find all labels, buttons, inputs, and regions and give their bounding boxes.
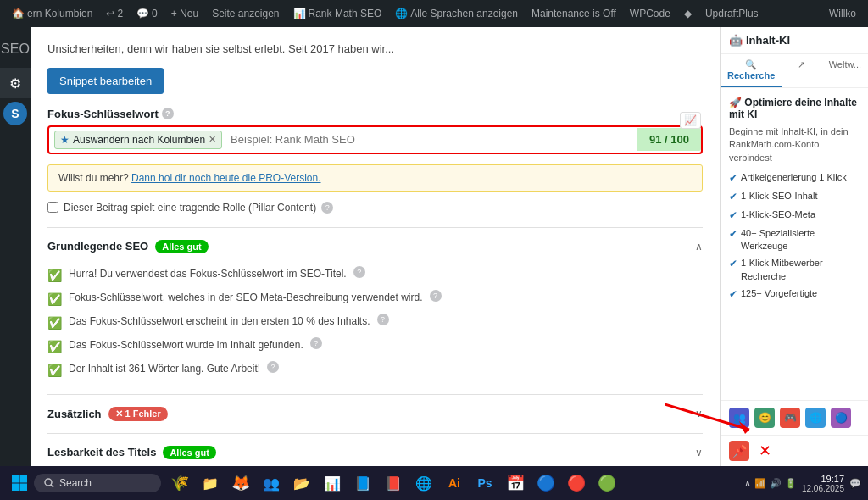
taskbar-right: ∧ 📶 🔊 🔋 19:17 12.06.2025 💬 <box>744 474 861 493</box>
sidebar-icon-options[interactable]: ⚙ <box>0 68 31 98</box>
world-icon: Weltw... <box>829 59 861 69</box>
badge-grundlegende: Alles gut <box>155 240 208 253</box>
sidebar-icon-seo[interactable]: SEO <box>0 34 31 64</box>
chevron-down-icon-2: ∨ <box>695 447 703 458</box>
notifications-icon[interactable]: 💬 <box>849 478 861 489</box>
section-title-zusaetzlich: Zusätzlich ✕ 1 Fehler <box>47 407 168 421</box>
sidebar-icon-s[interactable]: S <box>3 102 27 125</box>
seo-score-badge: 91 / 100 <box>637 128 701 151</box>
nav-view-page[interactable]: Seite anzeigen <box>207 0 284 27</box>
snippet-button[interactable]: Snippet bearbeiten <box>47 68 164 94</box>
nav-home[interactable]: 🏠 ern Kolumbien <box>7 0 97 27</box>
tb-app-browser2[interactable]: 🟢 <box>593 469 620 497</box>
section-title-grundlegende: Grundlegende SEO Alles gut <box>47 240 209 253</box>
taskbar-search[interactable]: Search <box>34 474 161 492</box>
rp-red-icon[interactable]: 📌 <box>729 441 749 461</box>
help-2[interactable]: ? <box>377 314 389 325</box>
tb-app-photoshop[interactable]: Ps <box>471 469 498 497</box>
pro-link[interactable]: Dann hol dir noch heute die PRO-Version. <box>131 172 320 184</box>
tab-world[interactable]: Weltw... <box>822 54 868 87</box>
nav-languages[interactable]: 🌐 Alle Sprachen anzeigen <box>390 0 523 27</box>
remove-keyword-icon[interactable]: ✕ <box>209 134 216 145</box>
tray-chevron[interactable]: ∧ <box>744 478 751 489</box>
nav-diamond[interactable]: ◆ <box>679 0 697 27</box>
tb-app-excel[interactable]: 📊 <box>319 469 346 497</box>
clock[interactable]: 19:17 12.06.2025 <box>802 474 844 493</box>
fokus-label: Fokus-Schlüsselwort ? <box>47 108 703 120</box>
rp-feature-5: ✔ 125+ Vorgefertigte <box>729 287 860 302</box>
search-icon: 🔍 <box>745 59 757 69</box>
svg-line-7 <box>51 485 53 487</box>
keyword-input[interactable] <box>227 128 637 151</box>
nav-maintenance[interactable]: Maintenance is Off <box>526 0 621 27</box>
tb-app-firefox[interactable]: 🦊 <box>227 469 254 497</box>
rp-pin-icon[interactable]: ✕ <box>754 441 775 461</box>
help-4[interactable]: ? <box>267 361 279 373</box>
seo-section-lesbarkeit-titel: Lesbarkeit des Titels Alles gut ∨ <box>47 433 703 467</box>
seo-item-2: ✅ Das Fokus-Schlüsselwort erscheint in d… <box>47 311 703 335</box>
check-icon-0: ✅ <box>47 267 62 285</box>
pillar-checkbox[interactable] <box>47 202 58 213</box>
nav-comments[interactable]: 💬 0 <box>131 0 163 27</box>
battery-icon[interactable]: 🔋 <box>785 478 797 489</box>
date-display: 12.06.2025 <box>802 484 844 493</box>
tab-recherche[interactable]: 🔍 Recherche <box>721 54 782 87</box>
help-3[interactable]: ? <box>310 337 322 349</box>
feature-check-4: ✔ <box>729 257 737 271</box>
check-icon-1: ✅ <box>47 291 62 308</box>
tb-app-folder[interactable]: 📁 <box>197 469 224 497</box>
tb-app-avast[interactable]: 🔴 <box>563 469 590 497</box>
fokus-section: Fokus-Schlüsselwort ? 📈 ★ Auswandern nac… <box>47 108 703 154</box>
tb-app-powerpoint[interactable]: 📕 <box>380 469 407 497</box>
nav-rank-math[interactable]: 📊 Rank Math SEO <box>288 0 387 27</box>
network-icon[interactable]: 📶 <box>754 478 766 489</box>
trend-icon[interactable]: 📈 <box>680 112 701 129</box>
tb-app-chrome[interactable]: 🔵 <box>532 469 559 497</box>
seo-section-zusaetzlich: Zusätzlich ✕ 1 Fehler ∨ <box>47 394 703 433</box>
seo-item-0: ✅ Hurra! Du verwendest das Fokus-Schlüss… <box>47 264 703 287</box>
ai-icon: 🤖 <box>729 34 743 47</box>
tb-app-explorer[interactable]: 📂 <box>288 469 315 497</box>
nav-user[interactable]: Willko <box>824 8 861 19</box>
chevron-up-icon: ∧ <box>695 241 703 253</box>
feature-check-5: ✔ <box>729 287 737 302</box>
tb-app-edge[interactable]: 🌐 <box>410 469 437 497</box>
section-header-grundlegende[interactable]: Grundlegende SEO Alles gut ∧ <box>47 236 703 257</box>
keyword-tag: ★ Auswandern nach Kolumbien ✕ <box>54 131 222 149</box>
tab-external[interactable]: ↗ <box>782 54 821 87</box>
section-header-lesbarkeit-titel[interactable]: Lesbarkeit des Titels Alles gut ∨ <box>47 442 703 463</box>
promo-text: Beginne mit Inhalt-KI, in dein RankMath.… <box>729 125 860 164</box>
taskbar-apps: 🌾 📁 🦊 👥 📂 📊 📘 📕 🌐 Ai Ps 📅 🔵 🔴 🟢 <box>166 469 620 497</box>
search-label: Search <box>59 477 92 489</box>
top-nav-bar: 🏠 ern Kolumbien ↩ 2 💬 0 + Neu Seite anze… <box>0 0 868 27</box>
rp-feature-2: ✔ 1-Klick-SEO-Meta <box>729 208 860 223</box>
fokus-help-icon[interactable]: ? <box>162 108 174 119</box>
svg-rect-4 <box>12 484 19 492</box>
feature-check-2: ✔ <box>729 208 737 223</box>
help-0[interactable]: ? <box>353 266 365 278</box>
nav-revisions[interactable]: ↩ 2 <box>101 0 128 27</box>
tb-app-stardew[interactable]: 🌾 <box>166 469 193 497</box>
rp-app-icon-4[interactable]: 🔵 <box>831 408 851 428</box>
system-tray: ∧ 📶 🔊 🔋 <box>744 478 797 489</box>
section-header-zusaetzlich[interactable]: Zusätzlich ✕ 1 Fehler ∨ <box>47 403 703 425</box>
start-button[interactable] <box>7 470 32 496</box>
tb-app-teams[interactable]: 👥 <box>258 469 285 497</box>
chart-icon: 📊 <box>293 8 306 19</box>
tb-app-illustrator[interactable]: Ai <box>441 469 468 497</box>
check-icon-3: ✅ <box>47 338 62 356</box>
nav-wpcode[interactable]: WPCode <box>625 0 676 27</box>
check-icon-2: ✅ <box>47 314 62 332</box>
svg-rect-2 <box>12 475 19 483</box>
nav-new[interactable]: + Neu <box>166 0 203 27</box>
rp-app-icon-3[interactable]: 🌐 <box>805 408 826 428</box>
tb-app-calendar[interactable]: 📅 <box>502 469 529 497</box>
pillar-help-icon[interactable]: ? <box>321 202 333 214</box>
windows-logo <box>11 475 28 492</box>
help-1[interactable]: ? <box>430 290 442 302</box>
nav-updraft[interactable]: UpdraftPlus <box>700 0 764 27</box>
volume-icon[interactable]: 🔊 <box>770 478 782 489</box>
tb-app-word[interactable]: 📘 <box>349 469 376 497</box>
seo-item-4: ✅ Der Inhalt ist 361 Wörter lang. Gute A… <box>47 358 703 382</box>
rp-app-icon-2[interactable]: 🎮 <box>780 408 800 428</box>
